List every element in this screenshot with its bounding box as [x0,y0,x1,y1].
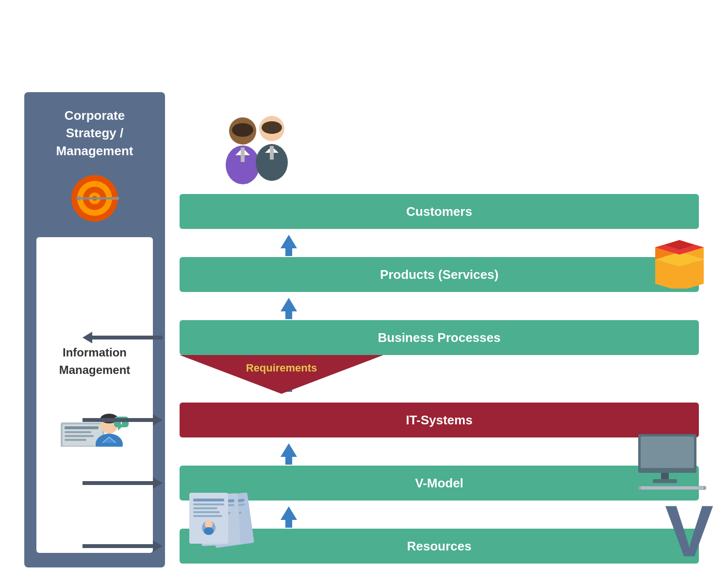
right-arrow-resources [83,537,172,557]
svg-rect-62 [193,515,222,517]
svg-marker-72 [83,414,163,426]
up-arrow-2 [180,296,704,320]
svg-rect-28 [270,146,274,160]
svg-point-22 [232,123,253,137]
customers-banner: Customers [180,194,699,229]
main-area: V [165,15,704,567]
business-layer-group: Business Processes Requirements [180,320,704,359]
svg-rect-24 [241,147,245,162]
svg-marker-67 [281,298,297,319]
svg-rect-58 [193,499,224,501]
svg-point-26 [262,121,282,134]
customers-row: Customers [180,194,704,229]
corporate-label: CorporateStrategy /Management [56,107,133,160]
svg-marker-66 [281,235,297,256]
products-box-icon [650,235,709,291]
computer-icon [636,432,709,492]
diagram-container: CorporateStrategy /Management Informatio… [24,15,704,567]
left-arrow-business [83,329,172,346]
info-management-label: InformationManagement [59,344,131,379]
info-management-box: InformationManagement [36,237,153,553]
right-arrow-vmodel [83,474,172,494]
products-row: Products (Services) [180,257,704,292]
svg-rect-36 [641,436,694,468]
v-model-label: V-Model [415,476,463,491]
up-arrow-4 [180,441,704,466]
svg-rect-59 [193,503,224,505]
svg-rect-40 [641,486,704,489]
business-banner: Business Processes [180,320,699,355]
svg-rect-60 [193,507,217,509]
right-arrow-it1 [83,411,172,429]
svg-marker-73 [281,443,297,465]
svg-marker-69 [180,355,383,394]
it-systems-layer-group: IT-Systems [180,403,704,441]
resources-label: Resources [407,539,472,554]
business-row: Business Processes [180,320,704,355]
svg-point-65 [204,527,214,535]
svg-rect-12 [65,431,91,433]
it-systems-row: IT-Systems [180,403,704,437]
svg-text:Requirements: Requirements [246,362,317,374]
svg-rect-7 [112,197,119,200]
v-model-letter: V [665,495,713,567]
products-label: Products (Services) [380,267,498,282]
resources-docs-icon [189,493,286,582]
svg-rect-61 [193,511,220,513]
svg-rect-14 [65,439,86,441]
customers-label: Customers [406,204,472,219]
it-systems-banner: IT-Systems [180,403,699,437]
svg-marker-74 [83,477,163,489]
requirements-triangle: Requirements [180,355,383,396]
customers-persons-icon [209,112,306,191]
svg-rect-37 [661,473,669,480]
svg-rect-13 [65,435,94,437]
target-icon [70,174,119,223]
svg-point-64 [205,520,213,528]
products-banner: Products (Services) [180,257,699,292]
up-arrow-1 [180,233,704,257]
it-systems-label: IT-Systems [406,413,472,428]
svg-rect-38 [653,479,677,483]
svg-marker-76 [83,540,163,552]
business-label: Business Processes [378,330,501,345]
svg-marker-68 [83,332,163,343]
